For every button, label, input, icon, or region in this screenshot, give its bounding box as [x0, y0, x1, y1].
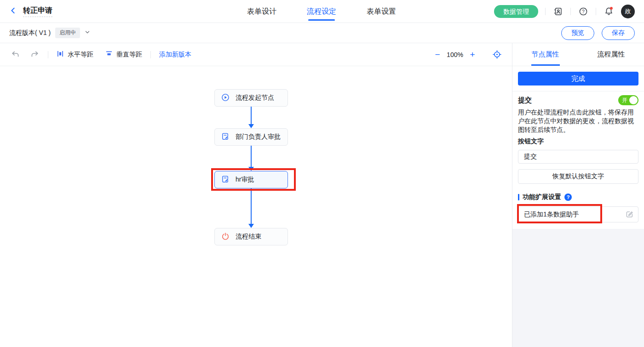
zoom-level: 100%: [443, 51, 467, 58]
connector-arrow-icon: [248, 124, 254, 128]
flow-node-label: 流程结束: [236, 233, 261, 241]
connector-line: [251, 146, 252, 167]
connector-arrow-icon: [248, 167, 254, 171]
section-accent-bar: [518, 194, 519, 200]
canvas-column: 水平等距 垂直等距 添加新版本 − 100% +: [0, 43, 512, 347]
complete-button[interactable]: 完成: [518, 72, 638, 85]
doc-edit-icon: [221, 132, 230, 142]
toggle-knob: [629, 96, 638, 104]
notification-bell-icon[interactable]: [603, 6, 614, 17]
extension-section-header: 功能扩展设置 ?: [518, 193, 638, 201]
flow-node-start[interactable]: 流程发起节点: [214, 89, 288, 107]
tab-flow-setting[interactable]: 流程设定: [307, 0, 336, 23]
submit-description: 用户在处理流程时点击此按钮，将保存用户在此节点中对数据的更改，流程数据视图转至后…: [518, 108, 638, 134]
header-actions: 数据管理 ?: [494, 5, 635, 18]
redo-icon[interactable]: [29, 50, 40, 60]
extension-section-title: 功能扩展设置: [523, 193, 561, 201]
save-button[interactable]: 保存: [602, 26, 635, 40]
submit-row: 提交 开: [518, 95, 638, 105]
tab-form-design[interactable]: 表单设计: [247, 0, 276, 23]
divider: [48, 51, 48, 58]
undo-icon[interactable]: [10, 50, 20, 60]
status-badge: 启用中: [55, 28, 80, 38]
vertical-spacing-label: 垂直等距: [116, 51, 142, 59]
help-icon[interactable]: ?: [578, 6, 589, 17]
chevron-down-icon: [84, 29, 91, 37]
canvas-toolbar: 水平等距 垂直等距 添加新版本 − 100% +: [0, 43, 512, 66]
flow-node-label: hr审批: [236, 176, 254, 184]
flow-node-end[interactable]: 流程结束: [214, 228, 288, 245]
add-version-link[interactable]: 添加新版本: [159, 51, 191, 59]
flow-canvas[interactable]: 流程发起节点 部门负责人审批: [0, 66, 512, 347]
panel-tabs: 节点属性 流程属性: [512, 43, 644, 66]
version-actions: 预览 保存: [561, 26, 635, 40]
toggle-on-label: 开: [622, 97, 627, 104]
flow-node-label: 流程发起节点: [236, 94, 274, 102]
flow-node-hr-approval[interactable]: hr审批: [214, 171, 288, 188]
divider: [150, 51, 151, 58]
fit-center-icon[interactable]: [492, 50, 502, 60]
horizontal-spacing-label: 水平等距: [68, 51, 93, 59]
properties-panel: 节点属性 流程属性 完成 提交 开 用户在处理流程时点击此按钮，将保存用户在此节…: [512, 43, 644, 347]
divider: [545, 8, 546, 15]
button-text-input[interactable]: 提交: [518, 150, 638, 164]
user-avatar[interactable]: 政: [621, 5, 635, 18]
data-manage-button[interactable]: 数据管理: [494, 5, 538, 18]
top-header: 转正申请 表单设计 流程设定 表单设置 数据管理: [0, 0, 644, 23]
flow-node-dept-approval[interactable]: 部门负责人审批: [214, 128, 288, 146]
version-dropdown-trigger[interactable]: [84, 29, 91, 37]
doc-edit-icon: [221, 175, 230, 185]
edit-pencil-icon[interactable]: [626, 210, 633, 219]
horizontal-spacing-icon: [57, 50, 64, 59]
play-icon: [221, 93, 230, 103]
workspace: 水平等距 垂直等距 添加新版本 − 100% +: [0, 43, 644, 347]
connector-line: [251, 188, 252, 224]
connector-arrow-icon: [248, 224, 254, 228]
data-assistant-field[interactable]: 已添加1条数据助手: [518, 206, 638, 222]
zoom-controls: − 100% +: [432, 50, 502, 60]
zoom-out-button[interactable]: −: [432, 50, 443, 59]
back-chevron-icon: [9, 6, 17, 17]
svg-text:?: ?: [582, 8, 585, 14]
restore-default-button[interactable]: 恢复默认按钮文字: [518, 169, 638, 184]
question-mark-icon[interactable]: ?: [564, 193, 572, 201]
back-button[interactable]: [9, 6, 17, 17]
flow-node-label: 部门负责人审批: [236, 133, 281, 141]
panel-content: 完成 提交 开 用户在处理流程时点击此按钮，将保存用户在此节点中对数据的更改，流…: [512, 66, 644, 229]
divider: [512, 91, 644, 91]
submit-toggle[interactable]: 开: [618, 95, 638, 105]
tab-node-properties[interactable]: 节点属性: [512, 43, 578, 66]
page-title[interactable]: 转正申请: [23, 6, 52, 17]
zoom-in-button[interactable]: +: [467, 50, 478, 59]
tab-flow-properties[interactable]: 流程属性: [578, 43, 644, 66]
vertical-spacing-button[interactable]: 垂直等距: [105, 50, 142, 59]
version-label: 流程版本( V1 ): [9, 29, 51, 37]
horizontal-spacing-button[interactable]: 水平等距: [57, 50, 93, 59]
divider: [570, 8, 571, 15]
power-icon: [221, 232, 230, 242]
connector-line: [251, 107, 252, 125]
app-root: 转正申请 表单设计 流程设定 表单设置 数据管理: [0, 0, 644, 347]
version-bar: 流程版本( V1 ) 启用中 预览 保存: [0, 23, 644, 43]
preview-button[interactable]: 预览: [561, 26, 594, 40]
data-assistant-value: 已添加1条数据助手: [524, 210, 579, 219]
button-text-label: 按钮文字: [518, 137, 638, 145]
contacts-book-icon[interactable]: [552, 6, 564, 17]
tab-form-setting[interactable]: 表单设置: [367, 0, 396, 23]
main-tabs: 表单设计 流程设定 表单设置: [247, 0, 396, 23]
vertical-spacing-icon: [105, 50, 113, 59]
submit-label: 提交: [518, 96, 532, 105]
divider: [596, 8, 596, 15]
